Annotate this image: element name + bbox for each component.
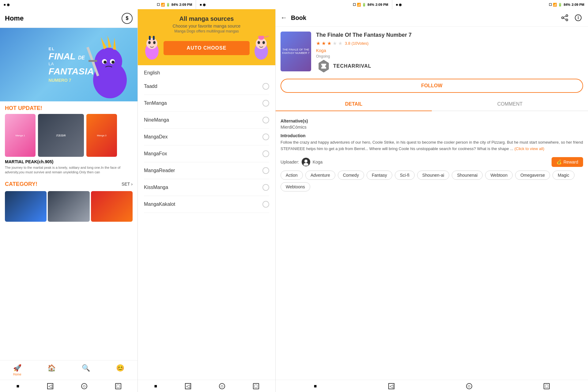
manga-title[interactable]: MARTIAL PEAK(ch.905) [5,159,133,164]
radio-mangafox[interactable] [262,150,269,157]
svg-point-14 [153,41,156,44]
profile-nav-icon: 😊 [116,364,124,372]
radio-tenmanga[interactable] [262,100,269,107]
techarrival-svg [316,59,331,74]
sys-home-2[interactable]: ○ [219,383,225,389]
tag-scifi[interactable]: Sci-fi [395,171,415,180]
sys-home-3[interactable]: ○ [466,383,472,389]
sys-square-2[interactable]: □ [253,383,259,389]
tag-magic[interactable]: Magic [552,171,574,180]
nav-library[interactable]: 🏠 [34,363,69,377]
manga-thumb-3[interactable]: Manga 3 [86,114,117,157]
source-tenmanga[interactable]: TenManga [144,95,269,112]
source-mangafox[interactable]: MangaFox [144,145,269,162]
cat-thumb-3[interactable] [91,191,133,222]
book-author[interactable]: Koga [316,48,583,53]
radio-kissmanga[interactable] [262,184,269,191]
sys-square-3[interactable]: □ [544,383,550,389]
category-label: CATEGORY! [5,181,37,187]
follow-button[interactable]: FOLLOW [281,79,583,93]
svg-point-7 [104,61,107,64]
tag-shounenai[interactable]: Shounenai [452,171,483,180]
source-mangakakalot[interactable]: MangaKakalot [144,196,269,213]
dollar-button[interactable]: $ [122,13,133,24]
tab-detail[interactable]: DETAIL [276,98,432,111]
hero-banner[interactable]: EL FINAL DE LA FANTASIA NUMERO 7 [0,28,138,101]
search-nav-icon: 🔍 [82,364,90,372]
radio-mangakakalot[interactable] [262,201,269,208]
tag-action[interactable]: Action [281,171,303,180]
info-button[interactable] [573,13,583,23]
back-button[interactable]: ← [281,14,287,22]
source-taadd[interactable]: Taadd [144,78,269,95]
tag-webtoons[interactable]: Webtoons [281,182,310,191]
book-rating: ★ ★ ★ ★ ★ 3.8 (10Votes) [316,40,583,46]
set-link[interactable]: SET › [122,182,133,187]
radio-mangareader[interactable] [262,167,269,174]
cat-thumb-2[interactable] [48,191,89,222]
book-status: Ongoing [316,54,583,58]
rating-value: 3.8 (10Votes) [345,41,368,46]
source-name-tenmanga: TenManga [144,100,167,106]
manga-thumb-1[interactable]: Manga 1 [5,114,36,157]
radio-ninemanga[interactable] [262,117,269,123]
reward-icon: 💰 [556,160,562,164]
status-icons-1: ☐ 📶 🔋 84% 2:09 PM [157,3,192,7]
tag-fantasy[interactable]: Fantasy [367,171,392,180]
svg-point-24 [562,17,564,19]
banner-final-text: FINAL DE [49,51,94,62]
source-mangadex[interactable]: MangaDex [144,129,269,145]
status-location-1: ■ ◉ [4,3,10,7]
sys-back-2[interactable]: ◁ [185,383,191,389]
sys-square-1[interactable]: □ [115,383,121,389]
share-icon [561,14,568,21]
sys-home-1[interactable]: ○ [81,383,87,389]
source-kissmanga[interactable]: KissManga [144,179,269,196]
sys-back-1[interactable]: ◁ [47,383,53,389]
cat-thumb-1[interactable] [5,191,47,222]
banner-fantasia-text: FANTASIA [49,66,94,77]
nav-search[interactable]: 🔍 [69,363,103,377]
manga-thumb-2[interactable]: 武炼巅峰 [38,114,84,157]
star-5: ★ [338,40,342,46]
uploader-name[interactable]: Koga [313,160,323,164]
tag-shounen-ai[interactable]: Shounen-ai [417,171,450,180]
svg-line-26 [564,16,566,17]
star-3: ★ [327,40,331,46]
home-title: Home [5,14,24,22]
hot-update-label: HOT UPDATE! [0,101,138,114]
library-nav-icon: 🏠 [47,364,56,372]
nav-profile[interactable]: 😊 [103,363,138,377]
nav-home[interactable]: 🚀 Home [0,363,34,377]
category-section: CATEGORY! SET › [0,177,138,191]
tab-comment[interactable]: COMMENT [432,98,588,111]
tag-omegaverse[interactable]: Omegaverse [515,171,550,180]
manga-desc: The journey to the martial peak is a lon… [5,165,133,175]
book-cover[interactable]: THE FINALE OF THE FANTASY NUMBER 7 [281,32,311,71]
sources-list: Taadd TenManga NineManga MangaDex MangaF… [138,78,275,380]
tag-adventure[interactable]: Adventure [305,171,335,180]
introduction-label: Introduction [281,133,583,138]
source-ninemanga[interactable]: NineManga [144,112,269,129]
home-nav-icon: 🚀 [13,364,21,372]
status-bar-1: ■ ◉ ☐ 📶 🔋 84% 2:09 PM [0,0,196,9]
svg-point-25 [566,19,568,21]
sources-header: All manga sources Choose your favorite m… [138,9,275,65]
uploader-info: Uploader: Koga [281,158,322,166]
share-button[interactable] [560,13,570,23]
radio-mangadex[interactable] [262,134,269,140]
click-more-link[interactable]: (Click to view all) [514,146,545,151]
svg-point-13 [148,41,151,44]
radio-taadd[interactable] [262,83,269,90]
tag-webtoon[interactable]: Webtoon [485,171,513,180]
lang-label: English [138,65,275,78]
sys-dot-3: ■ [314,383,317,389]
auto-choose-button[interactable]: AUTO CHOOSE [164,41,250,55]
svg-point-8 [111,61,115,64]
status-location-3: ■ ◉ [396,3,402,7]
reward-button[interactable]: 💰 Reward [552,157,583,167]
source-name-taadd: Taadd [144,84,157,89]
source-mangareader[interactable]: MangaReader [144,162,269,179]
sys-back-3[interactable]: ◁ [388,383,394,389]
tag-comedy[interactable]: Comedy [338,171,364,180]
